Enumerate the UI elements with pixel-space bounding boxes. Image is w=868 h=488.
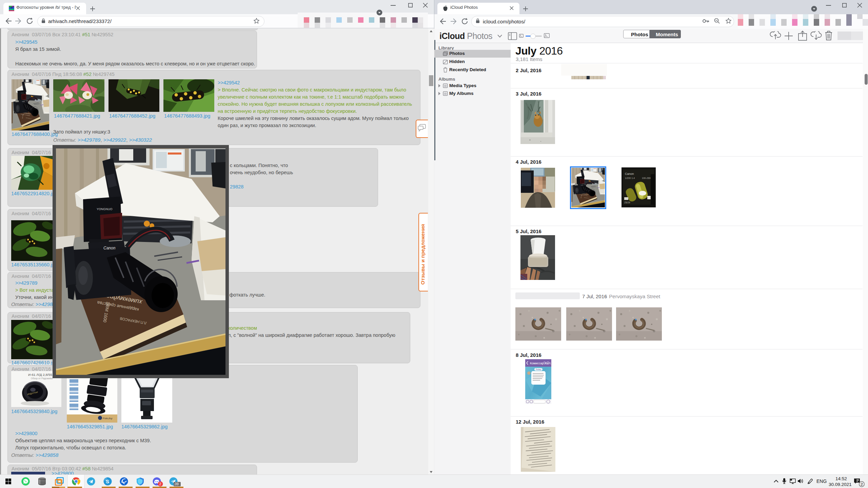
- svg-text:S: S: [106, 479, 109, 484]
- svg-text:2: 2: [159, 482, 161, 486]
- svg-text:2: 2: [861, 482, 863, 486]
